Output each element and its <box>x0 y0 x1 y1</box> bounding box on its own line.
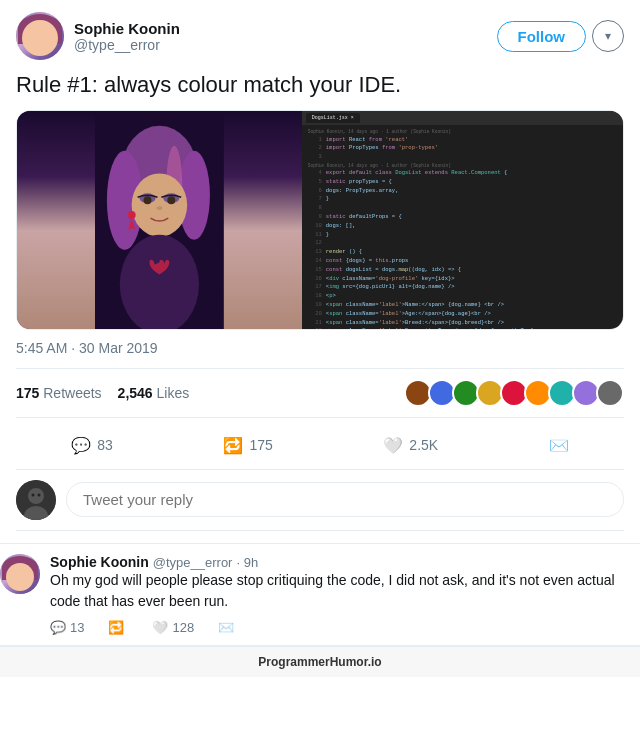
follow-button[interactable]: Follow <box>497 21 587 52</box>
retweets-count[interactable]: 175 <box>16 385 39 401</box>
dm-button[interactable]: ✉️ <box>541 432 577 459</box>
retweet-button[interactable]: 🔁 175 <box>215 432 280 459</box>
reply-username[interactable]: @type__error <box>153 555 233 570</box>
main-tweet-card: Sophie Koonin @type__error Follow ▾ Rule… <box>0 0 640 544</box>
like-icon: 🤍 <box>383 436 403 455</box>
reply-time: · 9h <box>236 555 258 570</box>
tweet-stats-row: 175 Retweets 2,546 Likes <box>16 368 624 418</box>
svg-point-9 <box>167 196 175 204</box>
tweet-header: Sophie Koonin @type__error Follow ▾ <box>16 12 624 60</box>
reply-count: 83 <box>97 437 113 453</box>
reply-retweet-button[interactable]: 🔁 <box>108 620 128 635</box>
likes-label: Likes <box>157 385 190 401</box>
svg-point-17 <box>38 493 41 496</box>
like-count: 2.5K <box>409 437 438 453</box>
retweets-stat: 175 Retweets <box>16 385 102 401</box>
watermark-text: ProgrammerHumor.io <box>258 655 381 669</box>
selfie-image <box>17 111 302 329</box>
code-tab: DogsList.jsx × <box>306 113 360 123</box>
reply-like-icon: 🤍 <box>152 620 168 635</box>
svg-point-16 <box>32 493 35 496</box>
tweet-text: Rule #1: always colour match your IDE. <box>16 70 624 100</box>
liker-avatar-9 <box>596 379 624 407</box>
reply-like-button[interactable]: 🤍 128 <box>152 620 194 635</box>
reply-reply-count: 13 <box>70 620 84 635</box>
svg-point-10 <box>156 206 162 210</box>
user-info: Sophie Koonin @type__error <box>74 20 180 53</box>
reply-like-count: 128 <box>172 620 194 635</box>
reply-reply-button[interactable]: 💬 13 <box>50 620 84 635</box>
tweet-timestamp: 5:45 AM · 30 Mar 2019 <box>16 340 624 356</box>
action-row: 💬 83 🔁 175 🤍 2.5K ✉️ <box>16 428 624 470</box>
reply-icon: 💬 <box>71 436 91 455</box>
watermark: ProgrammerHumor.io <box>0 646 640 677</box>
liker-avatars <box>408 379 624 407</box>
code-tab-bar: DogsList.jsx × <box>302 111 623 125</box>
reply-retweet-icon: 🔁 <box>108 620 124 635</box>
reply-dm-icon: ✉️ <box>218 620 234 635</box>
reply-user-avatar <box>16 480 56 520</box>
retweet-icon: 🔁 <box>223 436 243 455</box>
svg-point-5 <box>132 173 187 236</box>
reply-avatar-inner <box>16 480 56 520</box>
tweet-user: Sophie Koonin @type__error <box>16 12 180 60</box>
svg-point-8 <box>144 196 152 204</box>
likes-stat: 2,546 Likes <box>118 385 190 401</box>
reply-dm-button[interactable]: ✉️ <box>218 620 234 635</box>
tweet-image: DogsList.jsx × Sophie Koonin, 14 days ag… <box>16 110 624 330</box>
follow-area: Follow ▾ <box>497 20 625 52</box>
likes-count[interactable]: 2,546 <box>118 385 153 401</box>
like-button[interactable]: 🤍 2.5K <box>375 432 446 459</box>
reply-box <box>16 470 624 531</box>
username[interactable]: @type__error <box>74 37 180 53</box>
svg-point-14 <box>28 488 44 504</box>
code-image: DogsList.jsx × Sophie Koonin, 14 days ag… <box>302 111 623 329</box>
svg-point-11 <box>128 211 136 219</box>
reply-actions: 💬 13 🔁 🤍 128 ✉️ <box>50 620 640 635</box>
retweets-label: Retweets <box>43 385 101 401</box>
reply-button[interactable]: 💬 83 <box>63 432 121 459</box>
reply-tweet-avatar[interactable] <box>0 554 40 594</box>
reply-display-name[interactable]: Sophie Koonin <box>50 554 149 570</box>
code-author-2: Sophie Koonin, 14 days ago · 1 author (S… <box>308 163 617 168</box>
display-name[interactable]: Sophie Koonin <box>74 20 180 37</box>
reply-tweet-text: Oh my god will people please stop critiq… <box>50 570 640 612</box>
person-photo <box>17 111 302 329</box>
reply-input[interactable] <box>66 482 624 517</box>
code-author-1: Sophie Koonin, 14 days ago · 1 author (S… <box>308 129 617 134</box>
reply-tweet-card: Sophie Koonin @type__error · 9h Oh my go… <box>0 544 640 646</box>
reply-tweet-header: Sophie Koonin @type__error · 9h Oh my go… <box>0 554 640 635</box>
dm-icon: ✉️ <box>549 436 569 455</box>
chevron-down-icon: ▾ <box>605 29 611 43</box>
reply-user-info: Sophie Koonin @type__error · 9h <box>50 554 640 570</box>
more-options-button[interactable]: ▾ <box>592 20 624 52</box>
avatar[interactable] <box>16 12 64 60</box>
reply-reply-icon: 💬 <box>50 620 66 635</box>
retweet-count: 175 <box>249 437 272 453</box>
